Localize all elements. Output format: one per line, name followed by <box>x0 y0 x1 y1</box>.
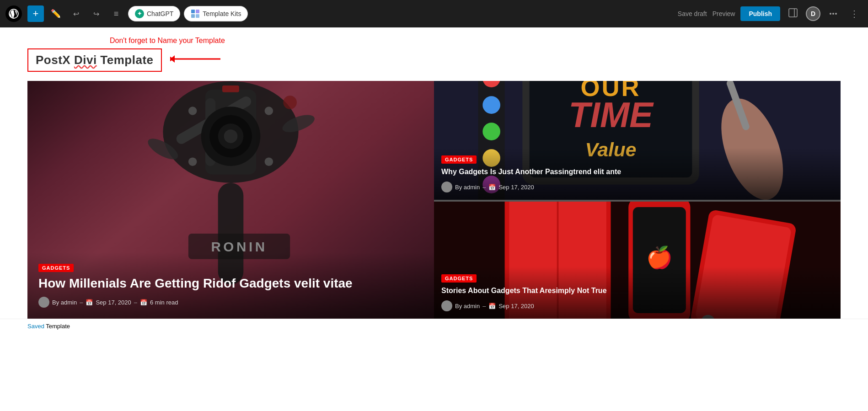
top-right-sep: – <box>482 184 486 191</box>
toolbar-right: Save draft Preview Publish D ⋮ <box>678 5 863 22</box>
plus-icon: + <box>33 9 39 19</box>
undo-icon: ↩ <box>73 10 79 18</box>
list-icon: ≡ <box>114 9 119 19</box>
preview-button[interactable]: Preview <box>713 10 735 17</box>
top-right-badge: GADGETS <box>441 155 477 164</box>
reminder-text: Don't forget to Name your Template <box>110 37 841 45</box>
chatgpt-button[interactable]: ✦ ChatGPT <box>128 6 180 21</box>
svg-point-44 <box>482 96 500 114</box>
user-avatar[interactable]: D <box>806 6 820 21</box>
top-right-date: Sep 17, 2020 <box>498 184 534 191</box>
svg-rect-5 <box>789 9 797 17</box>
svg-point-45 <box>482 123 500 140</box>
featured-post-content: GADGETS How Millenials Are Getting Ridof… <box>27 252 434 319</box>
content-area: Don't forget to Name your Template PostX… <box>0 27 868 319</box>
toolbar: + ✏️ ↩ ↪ ≡ ✦ ChatGPT Template Kits Save … <box>0 0 868 27</box>
svg-point-8 <box>835 13 837 15</box>
svg-point-9 <box>830 13 831 15</box>
status-saved-word: Saved <box>27 323 44 330</box>
svg-point-7 <box>832 13 834 15</box>
undo-button[interactable]: ↩ <box>68 5 84 22</box>
featured-date-icon: 📅 <box>86 299 93 306</box>
templatekits-icon <box>191 9 200 18</box>
avatar-letter: D <box>811 10 815 17</box>
title-row: PostX Divi Template <box>27 48 841 72</box>
top-right-post[interactable]: OUR TIME Value <box>434 81 841 200</box>
template-title-divi: Divi <box>74 53 97 67</box>
arrow-indicator <box>170 51 225 70</box>
featured-sep1: – <box>80 299 83 306</box>
bottom-right-title: Stories About Gadgets That Aresimply Not… <box>441 286 833 296</box>
templatekits-label: Template Kits <box>203 10 241 17</box>
svg-text:RONIN: RONIN <box>211 239 267 254</box>
top-right-author: By admin <box>455 184 480 191</box>
svg-marker-12 <box>170 55 174 63</box>
svg-point-20 <box>224 129 238 143</box>
add-block-button[interactable]: + <box>27 5 44 22</box>
status-rest: Template <box>46 323 70 330</box>
bottom-right-sep: – <box>482 303 486 310</box>
template-title-part2: Template <box>97 53 154 67</box>
featured-author: By admin <box>52 299 77 306</box>
bottom-right-date: Sep 17, 2020 <box>498 303 534 310</box>
chatgpt-label: ChatGPT <box>147 10 173 17</box>
template-title-part1: PostX <box>36 53 74 67</box>
more-options-button[interactable]: ⋮ <box>846 5 863 22</box>
svg-rect-3 <box>191 14 195 18</box>
svg-rect-30 <box>222 85 239 92</box>
chatgpt-icon: ✦ <box>135 9 144 18</box>
top-right-title: Why Gadgets Is Just Another Passingtrend… <box>441 167 833 177</box>
pencil-icon: ✏️ <box>51 9 61 19</box>
svg-rect-4 <box>196 14 199 18</box>
bottom-right-meta: By admin – 📅 Sep 17, 2020 <box>441 300 833 311</box>
settings-button[interactable] <box>826 6 841 21</box>
featured-read-icon: 📅 <box>140 299 147 306</box>
svg-point-31 <box>283 96 297 109</box>
featured-meta: By admin – 📅 Sep 17, 2020 – 📅 6 min read <box>38 297 423 308</box>
svg-text:TIME: TIME <box>568 95 654 134</box>
list-view-button[interactable]: ≡ <box>108 5 124 22</box>
svg-point-27 <box>265 107 273 115</box>
bottom-right-post-content: GADGETS Stories About Gadgets That Aresi… <box>434 267 841 319</box>
bottom-right-author: By admin <box>455 303 480 310</box>
save-draft-button[interactable]: Save draft <box>678 10 707 17</box>
featured-author-avatar <box>38 297 49 308</box>
posts-grid: RONIN GADGETS How Millenials Are Getting <box>27 81 841 319</box>
top-right-meta: By admin – 📅 Sep 17, 2020 <box>441 181 833 192</box>
more-icon: ⋮ <box>850 8 859 19</box>
featured-date: Sep 17, 2020 <box>96 299 131 306</box>
bottom-right-date-icon: 📅 <box>488 303 496 310</box>
publish-button[interactable]: Publish <box>740 6 780 21</box>
svg-point-29 <box>265 157 273 166</box>
svg-point-28 <box>188 157 197 166</box>
wordpress-logo[interactable] <box>5 5 22 22</box>
bottom-right-author-avatar <box>441 300 452 311</box>
featured-sep2: – <box>134 299 137 306</box>
svg-rect-2 <box>196 10 199 13</box>
top-right-post-content: GADGETS Why Gadgets Is Just Another Pass… <box>434 148 841 200</box>
edit-button[interactable]: ✏️ <box>48 5 64 22</box>
svg-point-26 <box>188 107 197 115</box>
top-right-author-avatar <box>441 181 452 192</box>
status-bar: Saved Template <box>0 319 868 333</box>
featured-title: How Millenials Are Getting Ridof Gadgets… <box>38 276 423 291</box>
featured-read-time: 6 min read <box>150 299 178 306</box>
featured-post[interactable]: RONIN GADGETS How Millenials Are Getting <box>27 81 434 319</box>
bottom-right-badge: GADGETS <box>441 274 477 283</box>
redo-icon: ↪ <box>93 10 99 18</box>
panel-icon <box>788 8 798 20</box>
featured-badge: GADGETS <box>38 264 74 272</box>
bottom-right-post[interactable]: 🍎 GADGETS Stories Ab <box>434 200 841 319</box>
svg-rect-1 <box>191 10 195 13</box>
top-right-date-icon: 📅 <box>488 184 496 191</box>
redo-button[interactable]: ↪ <box>88 5 104 22</box>
template-title-box[interactable]: PostX Divi Template <box>27 48 162 72</box>
right-column: OUR TIME Value <box>434 81 841 319</box>
panel-toggle-button[interactable] <box>786 6 800 21</box>
template-kits-button[interactable]: Template Kits <box>184 6 248 21</box>
